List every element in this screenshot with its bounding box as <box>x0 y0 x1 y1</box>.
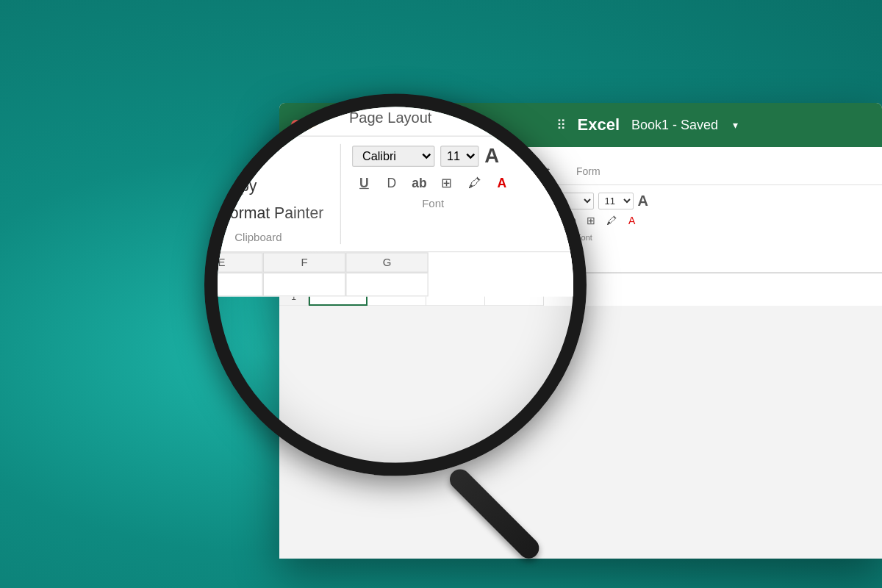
clipboard-section: 📋 Paste ▾ ✂ Cut 📄 Copy 🖌 Format Painter … <box>335 193 509 263</box>
title-dropdown-icon[interactable]: ▾ <box>733 119 738 131</box>
toolbar-layout-icon[interactable]: ⊞ <box>366 115 390 135</box>
tab-insert[interactable]: Insert <box>394 159 443 184</box>
format-painter-button[interactable]: 🖌 Format Painter <box>400 232 496 248</box>
paste-label: Paste <box>356 225 381 236</box>
ribbon: ↩ ↪ Undo 📋 Paste ▾ ✂ Cut 📄 Copy <box>279 185 882 273</box>
nav-back-icon[interactable]: ‹ <box>404 118 408 132</box>
paste-button[interactable]: 📋 Paste ▾ <box>347 193 391 244</box>
nav-forward-icon[interactable]: › <box>411 118 415 132</box>
font-size-select[interactable]: 11 <box>598 193 634 209</box>
cell-f1[interactable] <box>426 288 485 306</box>
paste-icon: 📋 <box>350 193 388 223</box>
column-headers: C E F G <box>279 273 882 288</box>
font-section: Calibri 11 A U S̶ ab ⊞ 🖍 A Font <box>509 193 660 242</box>
close-button[interactable] <box>291 120 301 130</box>
underline-button[interactable]: U <box>520 212 538 229</box>
font-name-select[interactable]: Calibri <box>520 193 594 209</box>
tab-formulas[interactable]: Form <box>564 159 612 184</box>
copy-icon: 📄 <box>404 215 419 229</box>
excel-window: ⊞ ‹ › ⠿ Excel Book1 - Saved ▾ File Home … <box>279 103 882 559</box>
app-grid-icon: ⠿ <box>556 117 566 133</box>
font-color-button[interactable]: A <box>623 212 641 229</box>
tab-file[interactable]: File <box>294 159 334 184</box>
font-section-label: Font <box>520 233 648 242</box>
col-header-f[interactable]: F <box>426 273 485 288</box>
col-header-g[interactable]: G <box>485 273 544 288</box>
clipboard-label: Clipboard <box>400 254 496 263</box>
font-increase-icon[interactable]: A <box>638 193 648 209</box>
cut-button[interactable]: ✂ Cut <box>400 196 496 212</box>
highlight-button[interactable]: 🖍 <box>603 212 620 229</box>
undo-button[interactable]: ↩ <box>301 193 314 212</box>
redo-button[interactable]: ↪ <box>301 212 314 231</box>
spreadsheet: C E F G 1 <box>279 273 882 306</box>
row-number-1: 1 <box>279 288 309 306</box>
traffic-lights <box>291 120 334 130</box>
strikethrough-button[interactable]: S̶ <box>541 212 559 229</box>
corner-cell <box>279 273 309 288</box>
cut-label: Cut <box>423 198 440 210</box>
spreadsheet-row-1: 1 <box>279 288 882 306</box>
tab-home[interactable]: Home <box>337 159 392 184</box>
nav-arrows: ‹ › <box>404 118 415 132</box>
paste-dropdown-icon[interactable]: ▾ <box>368 236 371 244</box>
font-format-row: U S̶ ab ⊞ 🖍 A <box>520 212 648 229</box>
maximize-button[interactable] <box>323 120 334 130</box>
copy-label: Copy <box>423 217 448 229</box>
cell-e1[interactable] <box>368 288 426 306</box>
font-color-ab-button[interactable]: ab <box>562 212 579 229</box>
tab-draw[interactable]: D <box>446 159 477 184</box>
undo-label: Undo <box>297 234 316 243</box>
tab-page-layout[interactable]: Page Layout <box>480 159 562 184</box>
cell-g1[interactable] <box>485 288 544 306</box>
format-painter-label: Format Painter <box>423 234 492 246</box>
col-header-c[interactable]: C <box>309 273 368 288</box>
format-painter-icon: 🖌 <box>404 234 419 247</box>
title-center: ⠿ Excel Book1 - Saved ▾ <box>424 115 870 135</box>
doc-title: Book1 - Saved <box>631 118 718 133</box>
copy-button[interactable]: 📄 Copy <box>400 214 496 231</box>
clipboard-actions: ✂ Cut 📄 Copy 🖌 Format Painter Clipboard <box>400 193 496 263</box>
app-name: Excel <box>578 115 620 135</box>
minimize-button[interactable] <box>307 120 318 130</box>
undo-section: ↩ ↪ Undo <box>291 193 335 243</box>
font-controls-row: Calibri 11 A <box>520 193 648 209</box>
title-bar: ⊞ ‹ › ⠿ Excel Book1 - Saved ▾ <box>279 103 882 147</box>
tab-bar: File Home Insert D Page Layout Form <box>279 147 882 185</box>
borders-button[interactable]: ⊞ <box>582 212 600 229</box>
cut-icon: ✂ <box>404 197 419 211</box>
cell-c1[interactable] <box>309 288 368 306</box>
col-header-e[interactable]: E <box>368 273 426 288</box>
